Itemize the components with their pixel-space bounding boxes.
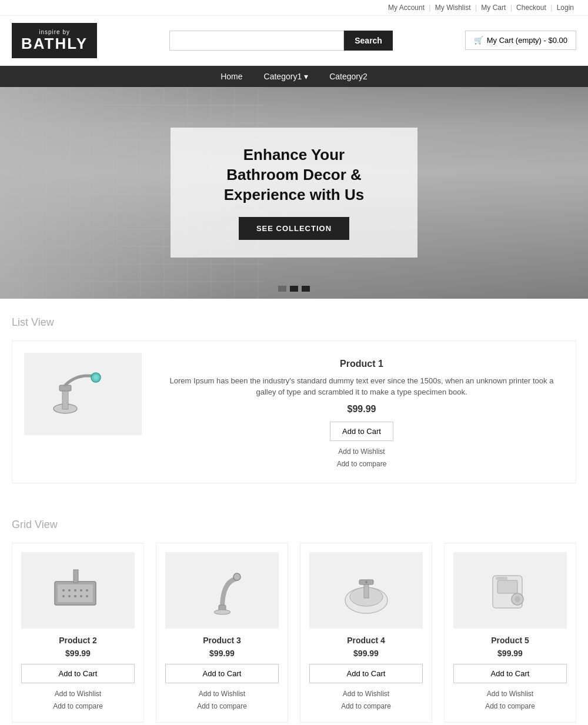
list-compare-link[interactable]: Add to compare	[159, 458, 564, 471]
grid-product-4: Product 4 $99.99 Add to Cart Add to Wish…	[300, 543, 432, 723]
svg-point-18	[233, 573, 240, 580]
grid-product3-cart-button[interactable]: Add to Cart	[165, 664, 279, 683]
sep1: |	[429, 4, 430, 12]
search-input[interactable]	[169, 31, 344, 51]
list-add-to-cart-button[interactable]: Add to Cart	[330, 422, 393, 441]
sep2: |	[475, 4, 477, 12]
grid-product-3: Product 3 $99.99 Add to Cart Add to Wish…	[156, 543, 288, 723]
dropdown-icon: ▾	[304, 72, 308, 81]
search-bar: Search	[169, 31, 393, 51]
top-login[interactable]: Login	[557, 4, 574, 12]
hero-dot-1[interactable]	[278, 286, 286, 292]
header: inspire by BATHLY Search 🛒 My Cart (empt…	[0, 16, 588, 66]
grid-product5-links: Add to Wishlist Add to compare	[453, 688, 567, 713]
svg-point-12	[62, 595, 65, 597]
grid-product2-wishlist[interactable]: Add to Wishlist	[21, 688, 135, 701]
svg-point-16	[86, 595, 88, 597]
grid-product3-wishlist[interactable]: Add to Wishlist	[165, 688, 279, 701]
list-product-image	[24, 353, 142, 435]
svg-point-25	[365, 581, 368, 583]
product1-svg	[48, 365, 118, 423]
product3-svg	[193, 564, 252, 617]
product2-svg	[49, 564, 108, 617]
grid-product4-price: $99.99	[309, 649, 423, 658]
hero-title: Enhance Your Bathroom Decor & Experience…	[206, 145, 382, 205]
hero-content: Enhance Your Bathroom Decor & Experience…	[171, 128, 417, 257]
grid-product2-compare[interactable]: Add to compare	[21, 700, 135, 713]
list-product-desc: Lorem Ipsum has been the industry's stan…	[159, 375, 564, 398]
sep3: |	[510, 4, 512, 12]
list-product-name: Product 1	[159, 359, 564, 369]
svg-rect-27	[497, 580, 517, 593]
grid-product4-wishlist[interactable]: Add to Wishlist	[309, 688, 423, 701]
list-product-price: $99.99	[159, 404, 564, 415]
top-bar: My Account | My Wishlist | My Cart | Che…	[0, 0, 588, 16]
grid-product2-name: Product 2	[21, 636, 135, 645]
top-checkout[interactable]: Checkout	[516, 4, 546, 12]
svg-rect-30	[496, 577, 507, 580]
list-view-container: Product 1 Lorem Ipsum has been the indus…	[12, 340, 576, 483]
svg-point-14	[74, 595, 76, 597]
grid-product5-price: $99.99	[453, 649, 567, 658]
cart-button[interactable]: 🛒 My Cart (empty) - $0.00	[465, 31, 576, 50]
logo-brand: BATHLY	[21, 35, 88, 52]
list-product-info: Product 1 Lorem Ipsum has been the indus…	[159, 353, 564, 471]
svg-point-9	[74, 589, 76, 592]
grid-product5-image	[453, 552, 567, 629]
svg-point-7	[62, 589, 65, 592]
grid-product3-name: Product 3	[165, 636, 279, 645]
cart-label: My Cart (empty) - $0.00	[487, 36, 567, 45]
nav-home[interactable]: Home	[220, 72, 242, 81]
list-view-title: List View	[12, 316, 576, 329]
grid-product5-wishlist[interactable]: Add to Wishlist	[453, 688, 567, 701]
hero-dot-3[interactable]	[302, 286, 310, 292]
top-cart[interactable]: My Cart	[481, 4, 506, 12]
grid-view-section: Grid View	[0, 501, 588, 725]
svg-rect-6	[58, 584, 93, 602]
grid-product4-cart-button[interactable]: Add to Cart	[309, 664, 423, 683]
grid-product3-price: $99.99	[165, 649, 279, 658]
grid-product2-price: $99.99	[21, 649, 135, 658]
hero-dot-2[interactable]	[290, 286, 298, 292]
logo[interactable]: inspire by BATHLY	[12, 23, 97, 58]
svg-point-13	[68, 595, 71, 597]
main-nav: Home Category1 ▾ Category2	[0, 66, 588, 87]
top-my-account[interactable]: My Account	[388, 4, 425, 12]
grid-product2-cart-button[interactable]: Add to Cart	[21, 664, 135, 683]
svg-point-11	[86, 589, 88, 592]
grid-product5-compare[interactable]: Add to compare	[453, 700, 567, 713]
grid-product3-compare[interactable]: Add to compare	[165, 700, 279, 713]
grid-product5-name: Product 5	[453, 636, 567, 645]
product4-svg	[337, 564, 396, 617]
nav-category1[interactable]: Category1 ▾	[264, 72, 309, 81]
grid-view-title: Grid View	[12, 519, 576, 531]
svg-point-10	[80, 589, 82, 592]
grid-product3-links: Add to Wishlist Add to compare	[165, 688, 279, 713]
grid-product4-name: Product 4	[309, 636, 423, 645]
grid-product2-image	[21, 552, 135, 629]
product5-svg	[481, 564, 540, 617]
grid-view-container: Product 2 $99.99 Add to Cart Add to Wish…	[12, 543, 576, 723]
sep4: |	[550, 4, 552, 12]
svg-rect-17	[74, 570, 78, 583]
grid-product4-image	[309, 552, 423, 629]
search-button[interactable]: Search	[344, 31, 393, 51]
top-wishlist[interactable]: My Wishlist	[435, 4, 471, 12]
grid-product4-compare[interactable]: Add to compare	[309, 700, 423, 713]
nav-category2[interactable]: Category2	[329, 72, 368, 81]
grid-product3-image	[165, 552, 279, 629]
svg-point-4	[93, 375, 98, 380]
grid-product4-links: Add to Wishlist Add to compare	[309, 688, 423, 713]
grid-product2-links: Add to Wishlist Add to compare	[21, 688, 135, 713]
cart-icon: 🛒	[474, 36, 483, 45]
list-wishlist-link[interactable]: Add to Wishlist	[159, 446, 564, 459]
svg-point-20	[214, 610, 230, 614]
grid-product5-cart-button[interactable]: Add to Cart	[453, 664, 567, 683]
grid-product-5: Product 5 $99.99 Add to Cart Add to Wish…	[444, 543, 576, 723]
svg-point-15	[80, 595, 82, 597]
grid-product-2: Product 2 $99.99 Add to Cart Add to Wish…	[12, 543, 144, 723]
list-view-section: List View Product 1 Lorem Ipsum has been…	[0, 299, 588, 501]
hero-dots	[278, 286, 310, 292]
svg-point-29	[514, 596, 520, 602]
hero-cta-button[interactable]: SEE COLLECTION	[239, 217, 349, 240]
